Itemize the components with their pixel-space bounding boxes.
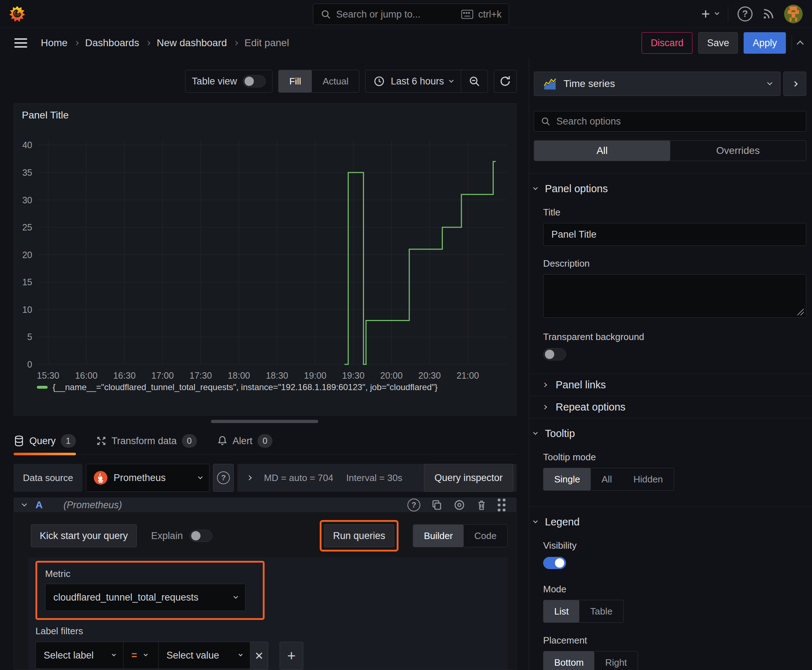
alert-count-badge: 0 [258, 434, 273, 448]
legend-visibility-switch[interactable] [543, 557, 566, 569]
time-range-picker[interactable]: Last 6 hours [366, 76, 461, 87]
legend-placement-segment: Bottom Right [543, 651, 638, 670]
select-label-dropdown[interactable]: Select label [36, 642, 124, 669]
query-inspector-button[interactable]: Query inspector [424, 464, 513, 492]
discard-button[interactable]: Discard [642, 32, 692, 54]
fill-option[interactable]: Fill [278, 70, 312, 92]
user-avatar[interactable] [784, 5, 803, 23]
global-search-input[interactable]: Search or jump to... ctrl+k [313, 3, 509, 25]
section-divider [529, 506, 812, 507]
collapse-options-button[interactable] [783, 71, 806, 96]
query-options-bar[interactable]: MD = auto = 704 Interval = 30s Query ins… [237, 464, 517, 492]
remove-filter-button[interactable]: ✕ [250, 642, 268, 670]
svg-text:20: 20 [22, 250, 32, 260]
placement-label: Placement [543, 635, 806, 646]
panel-title-input[interactable]: Panel Title [543, 223, 806, 246]
label-filters-row: Select label = Select value ✕ + [36, 642, 499, 670]
query-help-icon[interactable]: ? [407, 499, 420, 511]
operator-dropdown[interactable]: = [124, 642, 159, 669]
apply-button[interactable]: Apply [744, 32, 786, 54]
tooltip-single-option[interactable]: Single [544, 468, 591, 490]
breadcrumb-dashboards[interactable]: Dashboards [85, 37, 139, 49]
actual-option[interactable]: Actual [312, 70, 359, 92]
duplicate-query-icon[interactable] [431, 499, 442, 511]
builder-option[interactable]: Builder [413, 524, 464, 547]
refresh-button[interactable] [494, 70, 517, 93]
time-range-label: Last 6 hours [391, 76, 444, 87]
metric-label: Metric [45, 568, 253, 579]
chevron-right-icon [247, 475, 252, 481]
zoom-out-icon[interactable] [461, 75, 488, 87]
placement-right-option[interactable]: Right [594, 651, 637, 670]
run-queries-button[interactable]: Run queries [324, 524, 394, 547]
query-header[interactable]: A (Prometheus) ? [14, 498, 516, 512]
visualization-picker[interactable]: Time series [534, 71, 780, 96]
time-series-chart[interactable]: 15:3016:0016:3017:0017:3018:0018:3019:00… [14, 124, 516, 382]
help-icon[interactable]: ? [737, 7, 753, 22]
toggle-visibility-icon[interactable] [453, 499, 465, 511]
collapse-query-icon[interactable] [22, 501, 27, 506]
menu-toggle-icon[interactable] [14, 38, 27, 47]
tooltip-hidden-option[interactable]: Hidden [622, 468, 673, 490]
tab-query[interactable]: Query 1 [14, 434, 76, 454]
datasource-help-button[interactable]: ? [213, 464, 234, 492]
options-search-input[interactable]: Search options [534, 111, 806, 132]
kick-start-button[interactable]: Kick start your query [31, 524, 137, 547]
transparent-bg-label: Transparent background [543, 332, 806, 342]
repeat-options-header[interactable]: Repeat options [543, 401, 806, 413]
panel-title[interactable]: Panel Title [14, 104, 516, 124]
news-rss-icon[interactable] [762, 7, 775, 20]
tab-alert-label: Alert [233, 436, 253, 447]
placement-bottom-option[interactable]: Bottom [544, 651, 594, 670]
select-value-dropdown[interactable]: Select value [159, 642, 250, 669]
tab-alert[interactable]: Alert 0 [217, 434, 273, 454]
tab-overrides[interactable]: Overrides [670, 140, 806, 161]
metric-select[interactable]: cloudflared_tunnel_total_requests [45, 584, 246, 611]
collapse-pane-icon[interactable] [797, 41, 804, 47]
run-queries-highlight: Run queries [320, 520, 398, 552]
panel-options-header[interactable]: Panel options [534, 183, 806, 195]
mode-table-option[interactable]: Table [579, 600, 623, 623]
section-divider [529, 173, 812, 174]
section-divider [529, 374, 812, 374]
mode-list-option[interactable]: List [544, 600, 579, 623]
transparent-bg-switch[interactable] [543, 348, 566, 360]
select-value-placeholder: Select value [166, 650, 232, 661]
breadcrumb: Home Dashboards New dashboard Edit panel [41, 37, 289, 49]
explain-switch[interactable] [190, 530, 212, 542]
prometheus-icon [93, 470, 108, 485]
new-menu-button[interactable] [700, 8, 719, 19]
fill-actual-segment: Fill Actual [278, 70, 359, 93]
tab-transform-data[interactable]: Transform data 0 [96, 434, 197, 454]
tooltip-all-option[interactable]: All [591, 468, 622, 490]
datasource-picker[interactable]: Prometheus [86, 464, 209, 492]
svg-text:17:30: 17:30 [190, 371, 212, 381]
save-button[interactable]: Save [698, 32, 738, 54]
panel-links-header[interactable]: Panel links [543, 379, 806, 391]
tooltip-header[interactable]: Tooltip [534, 428, 806, 440]
series-label[interactable]: {__name__="cloudflared_tunnel_total_requ… [53, 382, 437, 392]
content: Table view Fill Actual Last 6 hours [0, 58, 812, 670]
section-divider [529, 396, 812, 396]
clock-icon [373, 76, 385, 87]
code-option[interactable]: Code [464, 524, 507, 547]
panel-view-toolbar: Table view Fill Actual Last 6 hours [14, 70, 517, 93]
interval: Interval = 30s [346, 472, 402, 484]
delete-query-icon[interactable] [476, 499, 487, 511]
drag-handle-icon[interactable] [498, 499, 505, 511]
breadcrumb-new-dashboard[interactable]: New dashboard [157, 37, 227, 49]
breadcrumb-home[interactable]: Home [41, 37, 68, 49]
legend-header[interactable]: Legend [534, 516, 806, 528]
tab-all-options[interactable]: All [534, 140, 670, 161]
grafana-logo-icon[interactable] [9, 5, 25, 22]
resize-grip-icon[interactable] [797, 309, 804, 315]
add-filter-button[interactable]: + [280, 642, 303, 670]
table-view-toggle-group: Table view [185, 70, 273, 93]
description-textarea[interactable] [543, 274, 806, 318]
chevron-down-icon [234, 594, 238, 599]
panel-resize-handle[interactable] [211, 420, 318, 423]
table-view-switch[interactable] [243, 75, 266, 87]
datasource-row: Data source Prometheus ? MD = auto = 704… [14, 464, 517, 492]
search-icon [320, 9, 331, 20]
query-ref-id: A [36, 499, 42, 511]
